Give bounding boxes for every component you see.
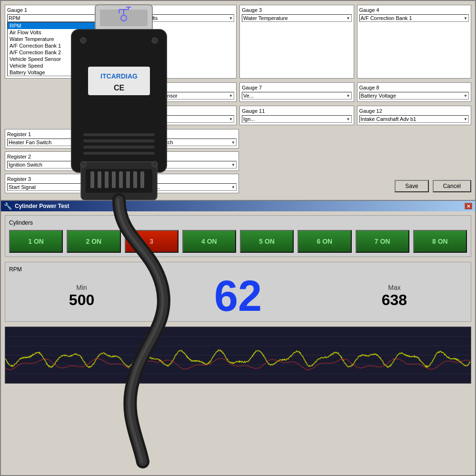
gauge6-select[interactable]: Vehicle Speed Sensor ▼ — [125, 92, 235, 99]
gauge11-cell: Gauge 11 Ign... ▼ — [239, 106, 354, 125]
rpm-min-stat: Min 500 — [69, 284, 94, 309]
gauge7-label: Gauge 7 — [242, 85, 352, 90]
gauge1-value: RPM — [9, 15, 20, 21]
gauge3-label: Gauge 3 — [242, 7, 352, 13]
gauge7-cell: Gauge 7 Ve... ▼ — [239, 82, 354, 102]
cancel-button[interactable]: Cancel — [433, 180, 471, 192]
gauge8-cell: Gauge 8 Battery Voltage ▼ — [357, 82, 472, 102]
gauge1-label: Gauge 1 — [7, 7, 117, 13]
cylinder-1-button[interactable]: 1 ON — [9, 230, 63, 253]
gauge10-label: Gauge 10 — [125, 108, 235, 114]
register2-select[interactable]: Ignition Switch ▼ — [7, 161, 118, 169]
cylinder-power-dialog: 🔧 Cylinder Power Test ✕ Cylinders 1 ON 2… — [0, 200, 476, 476]
gauge1-option-watertemp[interactable]: Water Temperature — [8, 36, 117, 42]
gauge10-value: Ignition Timing — [126, 116, 160, 122]
cylinder-7-button[interactable]: 7 ON — [356, 230, 409, 253]
save-button[interactable]: Save — [395, 180, 428, 192]
gauge11-arrow: ▼ — [347, 117, 350, 121]
register1-label: Register 1 — [7, 131, 118, 137]
register6-select[interactable]: r Cooling Fa... ▼ — [126, 183, 237, 191]
gauge12-select[interactable]: Intake Camshaft Adv b1 ▼ — [359, 115, 469, 123]
gauge7-select[interactable]: Ve... ▼ — [242, 92, 352, 99]
gauge4-arrow: ▼ — [464, 16, 467, 20]
gauge1-option-afbank1[interactable]: A/F Correction Bank 1 — [8, 42, 117, 49]
cylinder-titlebar: 🔧 Cylinder Power Test ✕ — [1, 201, 475, 211]
register6-value: r Cooling Fa... — [127, 184, 160, 190]
register4-select[interactable]: Park/Neutral Switch ▼ — [126, 139, 237, 146]
spacer1 — [360, 129, 471, 149]
gauge1-option-batt[interactable]: Battery Voltage — [8, 69, 117, 76]
register5-cell: Register 5 Steeri... ▼ — [123, 151, 239, 171]
register4-arrow: ▼ — [231, 140, 235, 145]
register3-arrow: ▼ — [113, 185, 117, 189]
gauge1-option-vss[interactable]: Vehicle Speed Sensor — [8, 56, 117, 62]
gauge12-cell: Gauge 12 Intake Camshaft Adv b1 ▼ — [357, 106, 472, 125]
gauge11-value: Ign... — [243, 116, 255, 122]
gauge11-label: Gauge 11 — [242, 108, 352, 114]
gauge2-select[interactable]: Air Flow Volts ▼ — [125, 14, 235, 22]
gauge10-select[interactable]: Ignition Timing ▼ — [125, 115, 235, 123]
gauge3-select[interactable]: Water Temperature ▼ — [242, 14, 352, 22]
gauge8-select[interactable]: Battery Voltage ▼ — [359, 92, 469, 99]
rpm-content: Min 500 62 Max 638 — [9, 275, 467, 317]
gauge1-option-vs[interactable]: Vehicle Speed — [8, 62, 117, 69]
rpm-max-value: 638 — [382, 291, 407, 309]
gauge12-label: Gauge 12 — [359, 108, 469, 114]
rpm-current-value: 62 — [214, 275, 262, 317]
gauge1-option-rpm[interactable]: RPM — [8, 22, 117, 29]
gauge7-arrow: ▼ — [347, 94, 350, 98]
register5-select[interactable]: Steeri... ▼ — [126, 161, 237, 169]
rpm-title: RPM — [9, 266, 467, 273]
cylinders-title: Cylinders — [9, 219, 467, 226]
cylinder-6-button[interactable]: 6 ON — [298, 230, 351, 253]
register3-cell: Register 3 Start Signal ▼ — [5, 174, 120, 193]
rpm-min-label: Min — [69, 284, 94, 291]
gauge6-cell: Gauge 6 Vehicle Speed Sensor ▼ — [122, 82, 237, 102]
gauge1-cell: Gauge 1 RPM ▼ RPM Air Flow Volts Water T… — [5, 5, 119, 79]
gauge1-option-airflow[interactable]: Air Flow Volts — [8, 29, 117, 36]
cylinder-2-button[interactable]: 2 ON — [67, 230, 120, 253]
gauge8-value: Battery Voltage — [361, 93, 397, 99]
register6-label: Register 6 — [126, 176, 237, 182]
gauge12-value: Intake Camshaft Adv b1 — [361, 116, 416, 122]
register4-value: Park/Neutral Switch — [127, 139, 173, 145]
cylinder-body: Cylinders 1 ON 2 ON 3 4 ON 5 ON 6 ON 7 O… — [1, 211, 475, 387]
rpm-chart — [5, 327, 471, 384]
gauge8-arrow: ▼ — [464, 94, 467, 98]
cylinders-box: Cylinders 1 ON 2 ON 3 4 ON 5 ON 6 ON 7 O… — [5, 215, 471, 257]
register6-arrow: ▼ — [231, 185, 235, 189]
register6-cell: Register 6 r Cooling Fa... ▼ — [123, 174, 239, 193]
gauge4-select[interactable]: A/F Correction Bank 1 ▼ — [359, 14, 469, 22]
register2-cell: Register 2 Ignition Switch ▼ — [5, 151, 120, 171]
gauge10-arrow: ▼ — [229, 117, 233, 121]
gauge6-value: Vehicle Speed Sensor — [126, 93, 178, 99]
register5-label: Register 5 — [126, 154, 237, 159]
register1-value: Heater Fan Switch — [9, 139, 51, 145]
cylinder-4-button[interactable]: 4 ON — [182, 230, 236, 253]
gauge7-value: Ve... — [243, 93, 254, 99]
gauge10-cell: Gauge 10 Ignition Timing ▼ — [122, 106, 237, 125]
rpm-max-label: Max — [382, 284, 407, 291]
gauge1-arrow: ▼ — [112, 16, 116, 20]
spacer2 — [360, 151, 471, 171]
cylinder-8-button[interactable]: 8 ON — [413, 230, 467, 253]
register3-select[interactable]: Start Signal ▼ — [7, 183, 118, 191]
cylinder-title-icon: 🔧 — [4, 202, 12, 210]
register5-value: Steeri... — [127, 162, 145, 168]
cylinder-5-button[interactable]: 5 ON — [240, 230, 294, 253]
gauge4-cell: Gauge 4 A/F Correction Bank 1 ▼ — [357, 5, 472, 79]
gauge1-option-afbank2[interactable]: A/F Correction Bank 2 — [8, 49, 117, 56]
gauge6-arrow: ▼ — [229, 94, 233, 98]
register1-select[interactable]: Heater Fan Switch ▼ — [7, 139, 118, 146]
cylinder-3-button[interactable]: 3 — [125, 230, 178, 253]
gauge11-select[interactable]: Ign... ▼ — [242, 115, 352, 123]
gauge1-dropdown-list: RPM Air Flow Volts Water Temperature A/F… — [7, 22, 117, 76]
gauge12-arrow: ▼ — [464, 117, 467, 121]
close-button[interactable]: ✕ — [465, 203, 472, 209]
gauge1-select[interactable]: RPM ▼ — [7, 14, 117, 22]
gauge2-arrow: ▼ — [229, 16, 233, 20]
action-buttons: Save Cancel — [360, 174, 471, 193]
register1-arrow: ▼ — [113, 140, 117, 145]
register4-label: Register 4 — [126, 131, 237, 137]
rpm-max-stat: Max 638 — [382, 284, 407, 309]
